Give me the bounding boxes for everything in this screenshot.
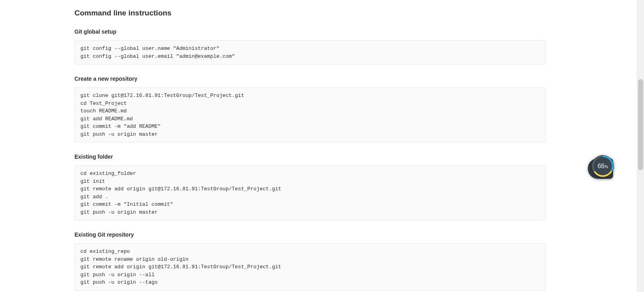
- instructions-container: Command line instructions Git global set…: [74, 0, 546, 292]
- code-block[interactable]: git config --global user.name "Administr…: [74, 40, 546, 64]
- usage-gauge[interactable]: 66%: [592, 155, 614, 177]
- gauge-value: 66%: [598, 163, 608, 170]
- section-heading: Existing folder: [74, 154, 546, 160]
- code-block[interactable]: cd existing_repo git remote rename origi…: [74, 243, 546, 291]
- code-block[interactable]: git clone git@172.16.81.91:TestGroup/Tes…: [74, 87, 546, 142]
- page-title: Command line instructions: [74, 9, 546, 17]
- section-heading: Existing Git repository: [74, 231, 546, 238]
- scrollbar-thumb[interactable]: [638, 79, 643, 170]
- scrollbar-track[interactable]: [637, 0, 644, 292]
- section-heading: Create a new repository: [74, 76, 546, 82]
- code-block[interactable]: cd existing_folder git init git remote a…: [74, 165, 546, 220]
- section-heading: Git global setup: [74, 28, 546, 35]
